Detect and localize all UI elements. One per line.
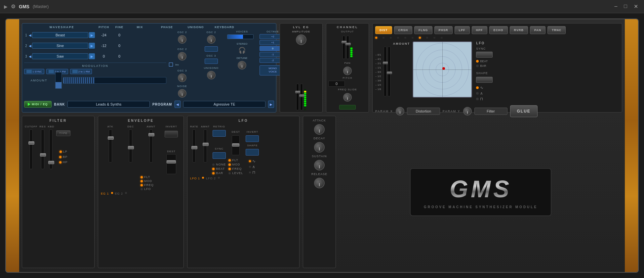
- program-next-button[interactable]: ▶: [268, 101, 274, 108]
- fx-phsr-button[interactable]: PHSR: [434, 26, 453, 34]
- amnt-slider[interactable]: [149, 129, 153, 162]
- ch-led1: [350, 46, 352, 47]
- fx-lpf-button[interactable]: LPF: [455, 26, 470, 34]
- unisono-phase-label: UNISONO: [198, 67, 224, 70]
- amount-slider[interactable]: [384, 47, 386, 96]
- fx-rvrb-button[interactable]: RVRB: [510, 26, 528, 34]
- minimize-button[interactable]: –: [612, 3, 619, 10]
- osc3-mix-knob[interactable]: [178, 73, 186, 82]
- midi-eq-button[interactable]: MIDI / EQ: [24, 101, 52, 108]
- invert-label: INVERT: [166, 125, 177, 128]
- lfo-rate-slider[interactable]: [192, 129, 196, 162]
- lfo-shape-button2[interactable]: [246, 149, 259, 156]
- dest-slider[interactable]: [166, 154, 176, 174]
- lfo-flt-led: [228, 159, 231, 162]
- osc-num-3: 3: [24, 55, 28, 58]
- detune-knob[interactable]: [238, 61, 246, 70]
- pan-knob[interactable]: [343, 67, 352, 75]
- lvleg-slider2[interactable]: [300, 84, 303, 110]
- program-value[interactable]: Agressive TE: [183, 101, 265, 108]
- res-slider[interactable]: [41, 129, 44, 169]
- lvleg-slider1[interactable]: [296, 84, 299, 110]
- channel-slider1[interactable]: [342, 36, 345, 59]
- lfo-dest-slider[interactable]: [232, 135, 240, 155]
- lfo-dest-label: DEST: [232, 130, 240, 133]
- invert-button[interactable]: [165, 131, 178, 137]
- glue-button[interactable]: GLUE: [510, 105, 538, 117]
- xy-pad[interactable]: [413, 41, 472, 98]
- osc2-fine: 0: [113, 44, 126, 48]
- lfo-amnt-slider[interactable]: [204, 129, 207, 162]
- noise-knob[interactable]: [178, 89, 186, 98]
- lfo-none-led: [212, 163, 215, 166]
- program-prev-button[interactable]: ◀: [175, 101, 181, 108]
- lfo-title: LFO: [190, 119, 297, 122]
- amnt-label: AMNT: [146, 125, 155, 128]
- osc3-prev-button[interactable]: ◀: [29, 55, 31, 58]
- osc1-prev-button[interactable]: ◀: [29, 33, 31, 37]
- cutoff-slider[interactable]: [29, 129, 33, 169]
- fx-flng-button[interactable]: FLNG: [414, 26, 432, 34]
- nav-arrow[interactable]: ▶: [4, 4, 8, 9]
- play-icon: [28, 103, 30, 106]
- lfo-retrig-button[interactable]: [213, 130, 226, 137]
- retrig2-button[interactable]: [205, 59, 218, 64]
- voices-label: VOICES: [227, 30, 257, 33]
- lfo-shape-button[interactable]: [476, 77, 493, 83]
- osc2-phase-knob[interactable]: [207, 35, 216, 44]
- maximize-button[interactable]: □: [622, 3, 629, 10]
- lfo-invert-button[interactable]: [246, 135, 259, 142]
- dec-slider[interactable]: [129, 129, 132, 162]
- shape-sq-led: [476, 98, 479, 100]
- lfo-sync-button2[interactable]: [213, 152, 226, 159]
- inv-checkbox[interactable]: [169, 63, 173, 67]
- osc1-wave-name[interactable]: Beast: [32, 32, 88, 38]
- fx-trnc-button[interactable]: TRNC: [547, 26, 566, 34]
- fx-crsh-button[interactable]: CRSH: [394, 26, 413, 34]
- osc2-mix-knob2[interactable]: [178, 52, 186, 61]
- fine-header: FINE: [113, 25, 126, 29]
- bank-value[interactable]: Leads & Synths: [67, 101, 150, 108]
- param-x-knob[interactable]: [396, 107, 404, 116]
- osc2-next-button[interactable]: ▶: [89, 43, 95, 49]
- rate-1-4: – 1/4: [375, 83, 381, 86]
- kbd-slider[interactable]: [49, 129, 53, 169]
- fx-hpf-button[interactable]: HPF: [472, 26, 487, 34]
- decay-knob[interactable]: [314, 142, 325, 153]
- gms-logo-panel: GMS GROOVE MACHINE SYNTHESIZER MODULE: [410, 168, 551, 216]
- close-button[interactable]: ✕: [632, 3, 640, 10]
- unisono-knob[interactable]: [207, 71, 216, 79]
- led-green1: [304, 93, 306, 94]
- fx-pan-button[interactable]: PAN: [530, 26, 545, 34]
- channel-slider2[interactable]: [346, 36, 349, 59]
- type-button[interactable]: TYPE: [56, 130, 70, 136]
- amplitude-knob[interactable]: [296, 34, 306, 45]
- lfo-sync-button[interactable]: [476, 52, 493, 58]
- fx-dist-button[interactable]: DIST: [375, 26, 392, 34]
- osc2-prev-button[interactable]: ◀: [29, 44, 31, 48]
- mod-sync-button[interactable]: 1 SYNC: [24, 69, 44, 74]
- lfo-slider[interactable]: [388, 47, 390, 96]
- fx-echo-led: [419, 37, 421, 39]
- osc2-wave-name[interactable]: Sine: [32, 43, 88, 49]
- amplitude-label: AMPLITUDE: [282, 30, 320, 33]
- freq-slide-knob[interactable]: [343, 93, 352, 102]
- dec-label: DEC: [127, 125, 134, 128]
- settings-gear-icon[interactable]: ⚙: [11, 3, 16, 10]
- osc3-next-button[interactable]: ▶: [89, 53, 95, 59]
- fx-echo-button[interactable]: ECHO: [489, 26, 508, 34]
- osc3-wave-name[interactable]: Saw: [32, 53, 88, 59]
- osc1-next-button[interactable]: ▶: [89, 32, 95, 38]
- phase-header: PHASE: [154, 25, 180, 29]
- fx-trnc-led: [441, 37, 443, 39]
- osc2-mix-knob[interactable]: [178, 35, 186, 44]
- retrig-button[interactable]: [205, 46, 218, 52]
- param-y-knob[interactable]: [463, 107, 472, 116]
- release-knob[interactable]: [314, 178, 325, 188]
- atk-slider[interactable]: [109, 129, 112, 162]
- pitch-value[interactable]: 0: [328, 81, 345, 87]
- attack-knob[interactable]: [314, 124, 325, 135]
- sustain-knob[interactable]: [314, 160, 325, 170]
- led-green3: [304, 97, 306, 98]
- envelope-title: ENVELOPE: [101, 119, 181, 122]
